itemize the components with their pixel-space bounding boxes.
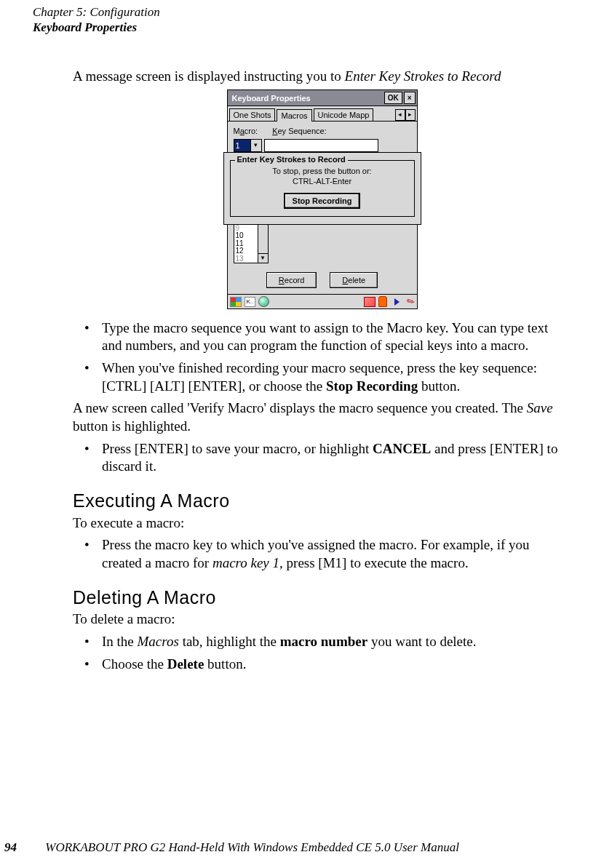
- window-title: Keyboard Properties: [232, 93, 383, 103]
- key-sequence-label: Key Sequence:: [272, 126, 327, 136]
- record-legend: Enter Key Strokes to Record: [235, 154, 348, 164]
- page-footer: 94 WORKABOUT PRO G2 Hand-Held With Windo…: [0, 840, 604, 855]
- intro-text: A message screen is displayed instructin…: [73, 68, 345, 84]
- record-button[interactable]: Record: [266, 272, 317, 288]
- list-item: In the Macros tab, highlight the macro n…: [73, 633, 571, 651]
- tray-icon-a[interactable]: [364, 297, 375, 307]
- list-item: Choose the Delete button.: [73, 656, 571, 674]
- button-row: Record Delete: [228, 272, 417, 288]
- macro-listbox[interactable]: 9 10 11 12 13 ▼: [234, 224, 269, 264]
- footer-title: WORKABOUT PRO G2 Hand-Held With Windows …: [45, 840, 459, 854]
- tab-strip: One Shots Macros Unicode Mapp ◂ ▸: [228, 106, 417, 121]
- tab-scroll-left[interactable]: ◂: [395, 109, 405, 121]
- close-button[interactable]: ×: [404, 92, 416, 104]
- window-titlebar: Keyboard Properties OK ×: [228, 90, 417, 106]
- intro-paragraph: A message screen is displayed instructin…: [73, 68, 571, 86]
- list-scrollbar[interactable]: ▼: [258, 225, 268, 263]
- list-item: Type the macro sequence you want to assi…: [73, 319, 571, 355]
- screenshot-figure: Keyboard Properties OK × One Shots Macro…: [73, 89, 571, 311]
- record-message: To stop, press the button or: CTRL-ALT-E…: [235, 167, 410, 187]
- window: Keyboard Properties OK × One Shots Macro…: [227, 89, 418, 309]
- bullet-list-2: Press [ENTER] to save your macro, or hig…: [73, 440, 571, 476]
- record-overlay: Enter Key Strokes to Record To stop, pre…: [223, 152, 421, 225]
- tray-icon-b[interactable]: [378, 296, 387, 307]
- bullet-list-1: Type the macro sequence you want to assi…: [73, 319, 571, 396]
- heading-deleting-macro: Deleting A Macro: [73, 586, 571, 610]
- page-content: A message screen is displayed instructin…: [73, 68, 571, 674]
- pen-icon[interactable]: ✎: [404, 295, 417, 309]
- macro-value: 1: [234, 140, 250, 151]
- del-intro: To delete a macro:: [73, 610, 571, 629]
- chapter-label: Chapter 5: Configuration: [33, 4, 571, 20]
- stop-recording-button[interactable]: Stop Recording: [284, 193, 361, 209]
- intro-italic: Enter Key Strokes to Record: [345, 68, 501, 84]
- ok-button[interactable]: OK: [384, 92, 402, 104]
- key-sequence-input[interactable]: [264, 139, 378, 152]
- tab-scroll: ◂ ▸: [395, 109, 416, 121]
- verify-macro-paragraph: A new screen called 'Verify Macro' displ…: [73, 399, 571, 435]
- list-item: When you've finished recording your macr…: [73, 359, 571, 395]
- tab-one-shots[interactable]: One Shots: [229, 108, 276, 121]
- delete-button[interactable]: Delete: [330, 272, 378, 288]
- taskbar-keyboard-item[interactable]: K..: [245, 297, 256, 307]
- tab-macros[interactable]: Macros: [277, 109, 311, 122]
- start-flag-icon[interactable]: [230, 297, 242, 307]
- macro-list-values: 9 10 11 12 13: [234, 225, 258, 263]
- list-item: Press the macro key to which you've assi…: [73, 536, 571, 572]
- globe-icon[interactable]: [258, 296, 269, 307]
- page-number: 94: [0, 840, 42, 855]
- tab-body: Macro: Key Sequence: 1 ▾ Enter Key Strok…: [228, 121, 417, 294]
- list-item: Press [ENTER] to save your macro, or hig…: [73, 440, 571, 476]
- bullet-list-exec: Press the macro key to which you've assi…: [73, 536, 571, 572]
- taskbar: K.. ✎: [228, 294, 417, 308]
- tab-unicode-mapping[interactable]: Unicode Mapp: [314, 108, 374, 121]
- exec-intro: To execute a macro:: [73, 514, 571, 533]
- heading-executing-macro: Executing A Macro: [73, 489, 571, 513]
- tab-scroll-right[interactable]: ▸: [405, 109, 416, 121]
- section-label: Keyboard Properties: [33, 20, 571, 35]
- record-groupbox: Enter Key Strokes to Record To stop, pre…: [230, 160, 415, 217]
- chevron-down-icon[interactable]: ▾: [250, 140, 261, 151]
- macro-label: Macro:: [234, 126, 258, 136]
- scroll-down-icon[interactable]: ▼: [258, 253, 268, 263]
- bullet-list-del: In the Macros tab, highlight the macro n…: [73, 633, 571, 673]
- macro-combobox[interactable]: 1 ▾: [234, 139, 262, 152]
- page-header: Chapter 5: Configuration Keyboard Proper…: [33, 0, 571, 36]
- expand-tray-icon[interactable]: [394, 298, 400, 306]
